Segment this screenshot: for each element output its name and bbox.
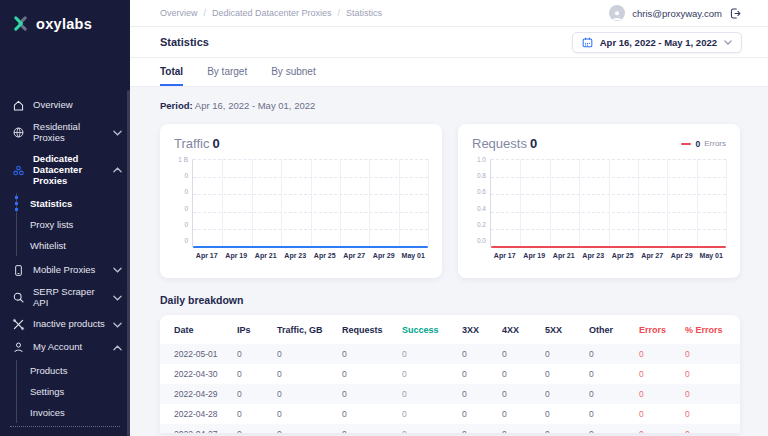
breadcrumb-overview[interactable]: Overview — [160, 8, 198, 18]
calendar-icon — [582, 37, 593, 48]
col-date: Date — [160, 315, 237, 344]
table-row: 2022-05-010000000000 — [160, 344, 740, 364]
sidebar-item-inactive-products[interactable]: Inactive products — [0, 313, 130, 336]
app-window: oxylabs Overview Residential Proxies Ded… — [0, 0, 768, 436]
col-4xx: 4XX — [502, 315, 545, 344]
col-success: Success — [402, 315, 462, 344]
nav-label: Dedicated Datacenter Proxies — [33, 154, 105, 187]
chevron-down-icon — [724, 40, 732, 45]
chevron-up-icon — [113, 345, 122, 351]
sidebar-item-whitelist[interactable]: Whitelist — [17, 235, 130, 256]
nav-label: SERP Scraper API — [33, 287, 105, 309]
datacenter-icon — [12, 164, 25, 177]
sidebar-item-serp-scraper-api[interactable]: SERP Scraper API — [0, 282, 130, 314]
sidebar-item-my-account[interactable]: My Account — [0, 336, 130, 359]
sidebar-item-mobile-proxies[interactable]: Mobile Proxies — [0, 259, 130, 282]
chevron-down-icon — [113, 130, 122, 136]
main-area: Overview / Dedicated Datacenter Proxies … — [130, 0, 768, 436]
col-3xx: 3XX — [462, 315, 502, 344]
table-header-row: Date IPs Traffic, GB Requests Success 3X… — [160, 315, 740, 344]
requests-chart-title: Requests0 — [472, 136, 537, 151]
magnifier-icon — [12, 291, 25, 304]
home-icon — [12, 99, 25, 112]
breadcrumb-current: Statistics — [346, 8, 382, 18]
nav-label: Mobile Proxies — [33, 265, 105, 276]
user-email: chris@proxyway.com — [632, 8, 722, 19]
sidebar-nav: Overview Residential Proxies Dedicated D… — [0, 94, 130, 426]
logout-icon[interactable] — [729, 7, 742, 20]
dedicated-submenu: Statistics Proxy lists Whitelist — [16, 193, 130, 256]
table-row: 2022-04-290000000000 — [160, 384, 740, 404]
logo-text: oxylabs — [36, 16, 92, 32]
phone-icon — [12, 264, 25, 277]
content-area: Period: Apr 16, 2022 - May 01, 2022 Traf… — [130, 87, 768, 436]
col-traffic: Traffic, GB — [277, 315, 342, 344]
requests-chart-plot — [490, 159, 726, 247]
nav-label: My Account — [33, 342, 105, 353]
breadcrumb-bar: Overview / Dedicated Datacenter Proxies … — [130, 0, 768, 27]
period-line: Period: Apr 16, 2022 - May 01, 2022 — [160, 100, 740, 111]
sidebar-item-invoices[interactable]: Invoices — [17, 402, 130, 423]
breadcrumb: Overview / Dedicated Datacenter Proxies … — [160, 8, 382, 18]
period-label: Period: — [160, 100, 193, 111]
chevron-down-icon — [113, 295, 122, 301]
sidebar-item-dedicated-datacenter-proxies[interactable]: Dedicated Datacenter Proxies — [0, 149, 130, 192]
traffic-y-axis: 1 B00000 — [174, 156, 192, 244]
date-range-picker[interactable]: Apr 16, 2022 - May 1, 2022 — [572, 32, 742, 53]
breadcrumb-separator: / — [204, 8, 207, 18]
breadcrumb-separator: / — [338, 8, 341, 18]
tabs-bar: Total By target By subnet — [130, 58, 768, 87]
col-errors: Errors — [639, 315, 685, 344]
col-pct-errors: % Errors — [685, 315, 740, 344]
oxylabs-logo[interactable]: oxylabs — [0, 0, 130, 32]
col-ips: IPs — [237, 315, 277, 344]
sidebar-scrollbar[interactable] — [127, 90, 130, 436]
tab-total[interactable]: Total — [160, 58, 183, 86]
chevron-down-icon — [113, 322, 122, 328]
tab-by-target[interactable]: By target — [207, 58, 247, 86]
traffic-series-line — [193, 246, 428, 248]
table-row: 2022-04-300000000000 — [160, 364, 740, 384]
person-icon — [611, 9, 623, 21]
globe-icon — [12, 126, 25, 139]
traffic-x-axis: Apr 17Apr 19Apr 21Apr 23Apr 25Apr 27Apr … — [192, 252, 428, 259]
errors-legend-swatch — [681, 143, 691, 145]
chevron-up-icon — [113, 167, 122, 173]
tab-by-subnet[interactable]: By subnet — [271, 58, 315, 86]
sidebar-item-settings[interactable]: Settings — [17, 381, 130, 402]
col-requests: Requests — [342, 315, 402, 344]
date-range-value: Apr 16, 2022 - May 1, 2022 — [600, 37, 717, 48]
breadcrumb-dedicated[interactable]: Dedicated Datacenter Proxies — [212, 8, 332, 18]
col-5xx: 5XX — [545, 315, 589, 344]
period-value: Apr 16, 2022 - May 01, 2022 — [195, 100, 315, 111]
table-row: 2022-04-280000000000 — [160, 404, 740, 424]
table-row: 2022-04-270000000000 — [160, 424, 740, 433]
requests-chart-card: Requests0 0 Errors 1.00.80.60.40.20.0 — [458, 124, 740, 278]
sidebar-item-statistics[interactable]: Statistics — [17, 193, 130, 214]
errors-series-line — [491, 246, 726, 248]
sidebar-item-overview[interactable]: Overview — [0, 94, 130, 117]
user-menu[interactable]: chris@proxyway.com — [609, 5, 742, 21]
page-title: Statistics — [160, 36, 209, 48]
sidebar-item-products[interactable]: Products — [17, 360, 130, 381]
sidebar-item-proxy-lists[interactable]: Proxy lists — [17, 214, 130, 235]
nav-label: Overview — [33, 100, 122, 111]
sidebar-item-faq[interactable]: ? FAQ — [0, 427, 130, 436]
col-other: Other — [589, 315, 639, 344]
oxylabs-x-icon — [12, 15, 29, 32]
errors-legend: 0 Errors — [681, 139, 726, 149]
cross-icon — [12, 318, 25, 331]
requests-x-axis: Apr 17Apr 19Apr 21Apr 23Apr 25Apr 27Apr … — [490, 252, 726, 259]
sidebar-item-residential-proxies[interactable]: Residential Proxies — [0, 117, 130, 149]
traffic-chart-plot — [192, 159, 428, 247]
avatar — [609, 5, 625, 21]
account-submenu: Products Settings Invoices — [16, 360, 130, 423]
daily-breakdown-table: Date IPs Traffic, GB Requests Success 3X… — [160, 315, 740, 433]
nav-label: Residential Proxies — [33, 122, 105, 144]
title-bar: Statistics Apr 16, 2022 - May 1, 2022 — [130, 27, 768, 58]
person-icon — [12, 341, 25, 354]
daily-breakdown-heading: Daily breakdown — [160, 294, 740, 306]
traffic-chart-title: Traffic0 — [174, 136, 220, 151]
requests-y-axis: 1.00.80.60.40.20.0 — [472, 156, 490, 244]
sidebar: oxylabs Overview Residential Proxies Ded… — [0, 0, 130, 436]
